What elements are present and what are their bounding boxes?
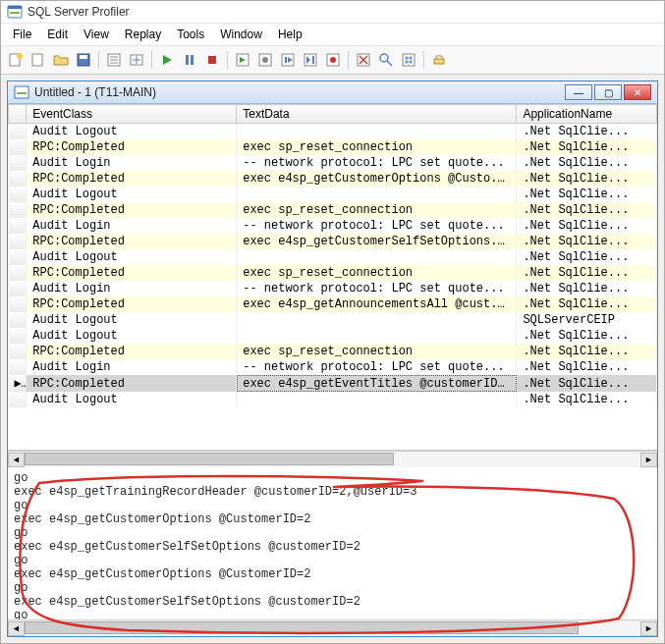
scroll-left-button[interactable]: ◄ (8, 453, 25, 467)
maximize-button[interactable]: ▢ (594, 84, 622, 100)
cell-applicationname[interactable]: .Net SqlClie... (517, 187, 657, 202)
cell-textdata[interactable]: exec e4sp_getCustomerOptions @Custo... (237, 171, 517, 187)
replay-settings-button[interactable] (254, 49, 276, 71)
event-grid-wrap[interactable]: EventClass TextData ApplicationName Audi… (8, 104, 657, 451)
cell-textdata[interactable]: -- network protocol: LPC set quote... (237, 218, 517, 234)
cell-eventclass[interactable]: Audit Logout (27, 124, 237, 140)
table-row[interactable]: ▶RPC:Completedexec e4sp_getEventTitles @… (9, 375, 657, 392)
properties-button[interactable] (103, 49, 125, 71)
scroll-track[interactable] (25, 621, 640, 636)
row-selector[interactable] (9, 265, 27, 281)
table-row[interactable]: RPC:Completedexec sp_reset_connection.Ne… (9, 139, 657, 155)
pause-button[interactable] (179, 49, 200, 71)
menu-window[interactable]: Window (212, 26, 270, 43)
cell-applicationname[interactable]: .Net SqlClie... (517, 139, 657, 155)
grid-horizontal-scrollbar[interactable]: ◄ ► (8, 451, 657, 467)
row-selector[interactable] (9, 344, 27, 359)
table-row[interactable]: RPC:Completedexec sp_reset_connection.Ne… (9, 202, 657, 218)
close-button[interactable]: ✕ (624, 84, 651, 100)
cell-applicationname[interactable]: .Net SqlClie... (517, 124, 657, 140)
cell-textdata[interactable] (237, 187, 517, 202)
cell-applicationname[interactable]: SQLServerCEIP (517, 312, 657, 328)
replay-start-button[interactable] (232, 49, 253, 71)
clear-button[interactable] (353, 49, 374, 71)
cell-textdata[interactable]: -- network protocol: LPC set quote... (237, 155, 517, 171)
table-row[interactable]: Audit Logout.Net SqlClie... (9, 124, 657, 140)
menu-help[interactable]: Help (270, 26, 310, 43)
table-row[interactable]: Audit Logout.Net SqlClie... (9, 249, 657, 265)
table-row[interactable]: RPC:Completedexec sp_reset_connection.Ne… (9, 344, 657, 359)
cell-applicationname[interactable]: .Net SqlClie... (517, 375, 657, 392)
cell-applicationname[interactable]: .Net SqlClie... (517, 155, 657, 171)
cell-applicationname[interactable]: .Net SqlClie... (517, 281, 657, 296)
cell-textdata[interactable]: -- network protocol: LPC set quote... (237, 359, 517, 375)
cell-applicationname[interactable]: .Net SqlClie... (517, 234, 657, 249)
column-header-applicationname[interactable]: ApplicationName (517, 105, 657, 124)
cell-applicationname[interactable]: .Net SqlClie... (517, 218, 657, 234)
cell-textdata[interactable]: exec e4sp_getAnnouncementsAll @cust... (237, 296, 517, 312)
table-row[interactable]: RPC:Completedexec e4sp_getCustomerSelfSe… (9, 234, 657, 249)
row-selector[interactable] (9, 312, 27, 328)
tuning-button[interactable] (428, 49, 450, 71)
detail-horizontal-scrollbar[interactable]: ◄ ► (8, 619, 657, 636)
cell-applicationname[interactable]: .Net SqlClie... (517, 344, 657, 359)
row-selector[interactable] (9, 139, 27, 155)
cell-textdata[interactable] (237, 328, 517, 344)
table-row[interactable]: RPC:Completedexec sp_reset_connection.Ne… (9, 265, 657, 281)
cell-eventclass[interactable]: RPC:Completed (27, 296, 237, 312)
cell-applicationname[interactable]: .Net SqlClie... (517, 296, 657, 312)
table-row[interactable]: Audit Logout.Net SqlClie... (9, 392, 657, 407)
row-selector[interactable] (9, 249, 27, 265)
event-grid[interactable]: EventClass TextData ApplicationName Audi… (8, 104, 657, 407)
row-selector[interactable] (9, 202, 27, 218)
new-template-button[interactable] (28, 49, 49, 71)
row-selector[interactable] (9, 171, 27, 187)
menu-view[interactable]: View (76, 26, 117, 43)
scroll-left-button[interactable]: ◄ (8, 621, 25, 636)
table-row[interactable]: Audit Logout.Net SqlClie... (9, 328, 657, 344)
table-row[interactable]: Audit LogoutSQLServerCEIP (9, 312, 657, 328)
row-selector[interactable] (9, 218, 27, 234)
scroll-track[interactable] (25, 453, 640, 467)
row-selector[interactable] (9, 296, 27, 312)
cell-textdata[interactable] (237, 249, 517, 265)
open-button[interactable] (50, 49, 72, 71)
detail-pane[interactable]: go exec e4sp_getTrainingRecordHeader @cu… (8, 467, 657, 619)
cell-textdata[interactable]: exec e4sp_getCustomerSelfSetOptions... (237, 234, 517, 249)
scroll-thumb[interactable] (25, 453, 394, 465)
cell-eventclass[interactable]: RPC:Completed (27, 171, 237, 187)
cell-textdata[interactable] (237, 124, 517, 140)
run-button[interactable] (156, 49, 178, 71)
cell-textdata[interactable]: exec sp_reset_connection (237, 344, 517, 359)
row-selector[interactable] (9, 281, 27, 296)
cell-eventclass[interactable]: Audit Logout (27, 312, 237, 328)
column-header-eventclass[interactable]: EventClass (27, 105, 237, 124)
cell-eventclass[interactable]: RPC:Completed (27, 202, 237, 218)
table-row[interactable]: Audit Login-- network protocol: LPC set … (9, 155, 657, 171)
cell-applicationname[interactable]: .Net SqlClie... (517, 265, 657, 281)
cell-eventclass[interactable]: Audit Login (27, 359, 237, 375)
menu-replay[interactable]: Replay (117, 26, 169, 43)
cell-eventclass[interactable]: RPC:Completed (27, 265, 237, 281)
scroll-right-button[interactable]: ► (640, 621, 657, 636)
row-selector[interactable] (9, 234, 27, 249)
row-selector[interactable]: ▶ (9, 375, 27, 392)
table-row[interactable]: Audit Login-- network protocol: LPC set … (9, 281, 657, 296)
column-header-textdata[interactable]: TextData (237, 105, 517, 124)
save-button[interactable] (73, 49, 94, 71)
row-selector[interactable] (9, 392, 27, 407)
stop-button[interactable] (201, 49, 223, 71)
row-selector[interactable] (9, 155, 27, 171)
cell-applicationname[interactable]: .Net SqlClie... (517, 359, 657, 375)
cell-eventclass[interactable]: RPC:Completed (27, 139, 237, 155)
table-row[interactable]: Audit Login-- network protocol: LPC set … (9, 218, 657, 234)
run-to-cursor-button[interactable] (300, 49, 321, 71)
menu-tools[interactable]: Tools (169, 26, 212, 43)
table-row[interactable]: RPC:Completedexec e4sp_getCustomerOption… (9, 171, 657, 187)
row-selector-header[interactable] (9, 105, 27, 124)
cell-textdata[interactable]: -- network protocol: LPC set quote... (237, 281, 517, 296)
cell-eventclass[interactable]: RPC:Completed (27, 344, 237, 359)
cell-textdata[interactable]: exec sp_reset_connection (237, 265, 517, 281)
cell-textdata[interactable] (237, 392, 517, 407)
cell-textdata[interactable] (237, 312, 517, 328)
